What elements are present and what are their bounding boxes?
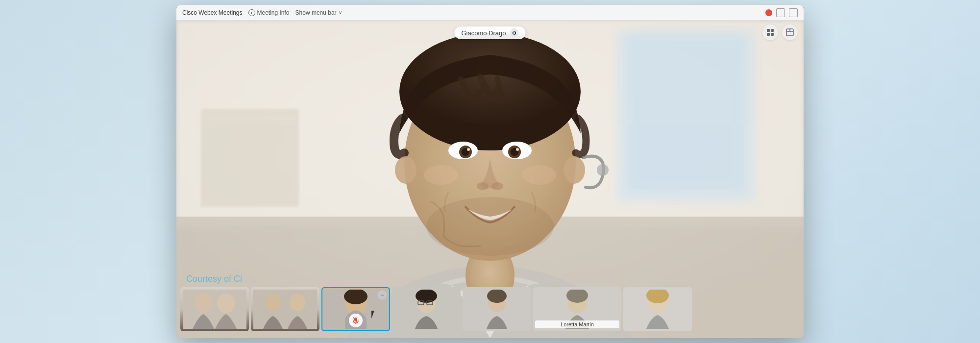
svg-point-37 [217, 294, 235, 313]
svg-rect-35 [183, 290, 246, 329]
svg-point-36 [195, 294, 212, 313]
cursor [371, 311, 379, 320]
svg-point-12 [395, 156, 416, 184]
svg-point-13 [564, 156, 585, 184]
meeting-info-btn[interactable]: i Meeting Info [248, 9, 290, 16]
svg-rect-29 [771, 29, 774, 32]
outer-background: Cisco Webex Meetings i Meeting Info Show… [0, 0, 980, 343]
svg-rect-38 [253, 290, 317, 329]
svg-point-25 [426, 197, 554, 256]
more-options-icon [786, 28, 794, 36]
expand-thumbnail-button[interactable]: − [377, 290, 387, 300]
svg-point-14 [597, 164, 609, 176]
thumb-2-video [253, 290, 317, 329]
thumb-4-video [394, 290, 458, 329]
mute-indicator [349, 314, 363, 327]
chevron-down-icon: ∨ [339, 10, 342, 15]
courtesy-text: Courtesy of Ci [186, 274, 242, 284]
svg-point-27 [522, 165, 556, 185]
thumbnail-2[interactable] [251, 287, 319, 331]
show-menu-btn[interactable]: Show menu bar ∨ [295, 9, 342, 16]
svg-point-55 [487, 290, 507, 303]
thumb-5-video [465, 290, 529, 329]
thumbnail-self[interactable]: − [321, 287, 390, 331]
svg-rect-31 [771, 33, 774, 36]
mic-muted-icon [352, 317, 359, 324]
thumb-7-video [626, 290, 689, 329]
speaker-name: Giacomo Drago [461, 29, 506, 37]
thumbnail-loretta[interactable]: Loretta Martin [533, 287, 621, 331]
title-bar-right [765, 8, 798, 17]
meeting-info-label: Meeting Info [257, 9, 290, 16]
svg-point-23 [477, 182, 489, 190]
thumbnail-strip: − [176, 284, 804, 338]
info-icon: i [248, 9, 255, 16]
show-menu-label: Show menu bar [295, 9, 337, 16]
svg-point-39 [265, 294, 281, 311]
thumbnail-1[interactable] [180, 287, 249, 331]
thumbnail-7[interactable] [623, 287, 692, 331]
thumbnail-4[interactable] [392, 287, 461, 331]
main-content: Giacomo Drago ⚙ [176, 21, 804, 338]
svg-point-24 [491, 182, 503, 190]
maximize-button[interactable] [789, 8, 798, 17]
layout-button[interactable] [762, 24, 778, 40]
minimize-button[interactable] [776, 8, 785, 17]
layout-icon [766, 28, 774, 36]
svg-rect-30 [767, 33, 770, 36]
svg-point-40 [290, 294, 305, 311]
speaker-settings-icon[interactable]: ⚙ [510, 28, 519, 37]
thumbnail-5[interactable] [463, 287, 531, 331]
svg-rect-3 [627, 35, 745, 192]
speaker-name-tag: Giacomo Drago ⚙ [454, 26, 525, 39]
more-options-button[interactable] [782, 24, 798, 40]
close-button[interactable] [765, 9, 772, 16]
svg-point-26 [424, 165, 458, 185]
svg-point-18 [467, 148, 470, 151]
thumb-1-video [183, 290, 246, 329]
svg-rect-28 [767, 29, 770, 32]
thumbnail-name-label: Loretta Martin [535, 320, 619, 328]
svg-point-22 [516, 148, 519, 151]
top-right-controls [762, 24, 798, 40]
svg-rect-5 [201, 119, 299, 207]
app-window: Cisco Webex Meetings i Meeting Info Show… [176, 5, 804, 338]
window-controls [765, 8, 798, 17]
title-bar-left: Cisco Webex Meetings i Meeting Info Show… [182, 9, 342, 16]
title-bar: Cisco Webex Meetings i Meeting Info Show… [176, 5, 804, 21]
svg-rect-4 [201, 109, 299, 119]
app-title: Cisco Webex Meetings [182, 9, 243, 16]
